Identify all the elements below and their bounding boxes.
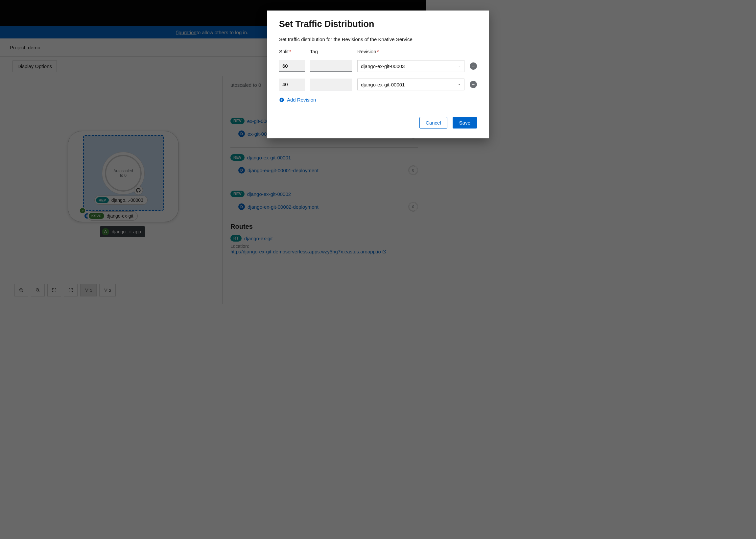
required-marker: *: [377, 49, 379, 54]
plus-circle-icon: [279, 97, 284, 103]
split-input[interactable]: [279, 60, 305, 72]
revision-select[interactable]: django-ex-git-00003: [357, 60, 426, 72]
form-header: Split* Tag Revision*: [279, 49, 426, 54]
col-split-label: Split: [279, 49, 289, 54]
tag-input[interactable]: [310, 60, 352, 72]
col-tag-label: Tag: [310, 49, 352, 54]
traffic-distribution-modal: Set Traffic Distribution Set traffic dis…: [267, 11, 426, 138]
revision-select[interactable]: django-ex-git-00001: [357, 79, 426, 90]
col-revision-label: Revision: [357, 49, 376, 54]
split-input[interactable]: [279, 79, 305, 90]
tag-input[interactable]: [310, 79, 352, 90]
traffic-row: django-ex-git-00003: [279, 60, 426, 72]
required-marker: *: [289, 49, 291, 54]
traffic-row: django-ex-git-00001: [279, 79, 426, 90]
modal-overlay[interactable]: Set Traffic Distribution Set traffic dis…: [0, 0, 426, 304]
add-revision-button[interactable]: Add Revision: [279, 97, 426, 103]
modal-footer: Cancel Save: [279, 117, 426, 128]
cancel-button[interactable]: Cancel: [419, 117, 426, 128]
modal-title: Set Traffic Distribution: [279, 19, 426, 29]
modal-description: Set traffic distribution for the Revisio…: [279, 37, 426, 42]
